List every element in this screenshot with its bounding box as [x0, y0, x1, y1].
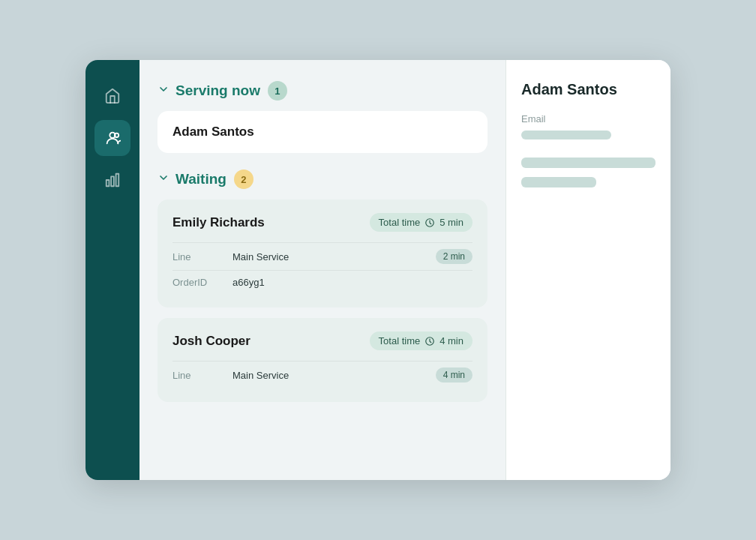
sidebar-item-queue[interactable]: [94, 120, 130, 156]
serving-now-title: Serving now: [158, 82, 260, 99]
right-panel: Adam Santos Email: [506, 60, 670, 480]
clock-icon-josh: [424, 336, 435, 346]
josh-line-row: Line Main Service 4 min: [172, 361, 472, 388]
svg-rect-4: [116, 174, 119, 187]
waiting-badge: 2: [234, 170, 254, 189]
chevron-down-icon-waiting[interactable]: [158, 171, 170, 188]
serving-now-card[interactable]: Adam Santos: [158, 111, 488, 153]
panel-email-value: [521, 130, 611, 140]
sidebar-item-chart[interactable]: [94, 162, 130, 198]
svg-point-1: [115, 134, 119, 138]
svg-rect-3: [111, 176, 114, 186]
emily-total-time-badge: Total time 5 min: [370, 213, 472, 232]
serving-now-badge: 1: [268, 81, 287, 100]
josh-line-label: Line: [172, 370, 232, 381]
josh-header-row: Josh Cooper Total time 4 min: [172, 332, 472, 350]
chevron-down-icon[interactable]: [158, 82, 170, 99]
emily-line-value: Main Service: [232, 251, 436, 262]
serving-customer-name: Adam Santos: [172, 124, 254, 139]
emily-line-label: Line: [172, 251, 232, 262]
serving-now-header: Serving now 1: [158, 81, 488, 100]
waiting-header: Waiting 2: [158, 170, 488, 189]
svg-rect-2: [106, 180, 110, 186]
josh-line-time: 4 min: [436, 368, 472, 382]
clock-icon: [424, 218, 435, 228]
josh-total-time-badge: Total time 4 min: [370, 332, 472, 350]
app-window: Serving now 1 Adam Santos Waiting 2 Emil…: [86, 60, 670, 480]
emily-orderid-row: OrderID a66yg1: [172, 270, 472, 294]
josh-name: Josh Cooper: [172, 334, 250, 349]
panel-email-label: Email: [521, 113, 656, 124]
emily-line-time: 2 min: [436, 249, 472, 264]
main-content: Serving now 1 Adam Santos Waiting 2 Emil…: [140, 60, 506, 480]
josh-line-value: Main Service: [232, 370, 436, 381]
sidebar-item-home[interactable]: [94, 78, 130, 114]
waiting-title: Waiting: [158, 171, 226, 188]
emily-orderid-label: OrderID: [172, 277, 232, 288]
panel-customer-name: Adam Santos: [521, 81, 656, 98]
waiting-card-josh[interactable]: Josh Cooper Total time 4 min Line Main S…: [158, 318, 488, 402]
panel-block-1: [521, 158, 656, 168]
emily-header-row: Emily Richards Total time 5 min: [172, 213, 472, 232]
panel-block-2: [521, 177, 596, 188]
emily-orderid-value: a66yg1: [232, 277, 472, 288]
sidebar: [86, 60, 140, 480]
emily-name: Emily Richards: [172, 215, 265, 230]
waiting-card-emily[interactable]: Emily Richards Total time 5 min Line Mai…: [158, 200, 488, 308]
emily-line-row: Line Main Service 2 min: [172, 242, 472, 270]
